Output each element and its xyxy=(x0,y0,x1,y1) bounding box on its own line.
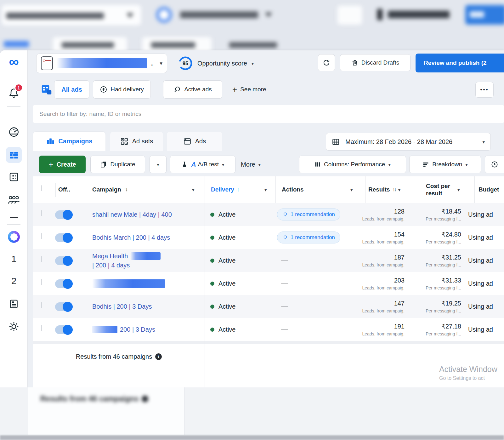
refresh-button[interactable] xyxy=(318,54,335,71)
campaign-link[interactable] xyxy=(92,272,199,295)
filters-icon[interactable] xyxy=(41,84,52,96)
table-footer-gap xyxy=(33,341,504,344)
filter-had-delivery[interactable]: Had delivery xyxy=(93,80,151,99)
select-all-checkbox[interactable] xyxy=(41,185,42,191)
cost-cell: ₹31.33Per messaging f... xyxy=(416,272,461,295)
campaign-toggle[interactable] xyxy=(55,302,72,311)
header-campaign[interactable]: Campaign ↑↓ xyxy=(92,176,127,203)
opportunity-score[interactable]: 95 Opportunity score ▾ xyxy=(178,52,254,75)
campaign-link[interactable]: Bodhis | 200 | 3 Days xyxy=(92,302,152,311)
sidebar-nav: ∞ 1 xyxy=(0,50,28,387)
date-range-selector[interactable]: Maximum: 28 Feb 2026 - 28 Mar 2026 ▾ xyxy=(326,133,491,151)
ads-icon xyxy=(183,137,191,146)
sidebar-divider xyxy=(7,224,20,225)
notifications-button[interactable]: 1 xyxy=(0,86,28,101)
active-dot-icon xyxy=(210,213,214,217)
blurred-trash-icon xyxy=(377,9,382,20)
sidebar-item-minimized[interactable] xyxy=(0,215,28,220)
cost-cell: ₹27.18Per messaging f... xyxy=(416,318,461,341)
chevron-down-icon: ▾ xyxy=(258,162,261,167)
header-off[interactable]: Off.. xyxy=(58,176,70,203)
sidebar-shortcut-2[interactable]: 2 xyxy=(0,274,28,288)
filter-active-ads[interactable]: Active ads xyxy=(163,80,222,99)
header-budget[interactable]: Budget xyxy=(479,176,499,203)
header-delivery[interactable]: Delivery ↑ xyxy=(211,176,240,203)
header-results[interactable]: Results ↑↓ ▾ xyxy=(368,176,400,203)
sidebar-item-billing[interactable] xyxy=(0,297,28,311)
chevron-down-icon: ▾ xyxy=(350,187,353,192)
arrow-up-circle-icon xyxy=(100,86,107,93)
tab-ads[interactable]: Ads xyxy=(167,132,222,151)
sidebar-item-meta-ai[interactable] xyxy=(0,230,28,244)
results-cell: 128Leads. from campaig. xyxy=(343,203,406,226)
tab-campaigns[interactable]: Campaigns xyxy=(33,132,105,151)
filter-all-ads[interactable]: All ads xyxy=(54,80,89,99)
create-button[interactable]: + Create xyxy=(39,156,86,173)
campaign-toggle[interactable] xyxy=(55,210,72,219)
recommendation-pill[interactable]: 1 recommendation xyxy=(277,231,340,243)
cost-cell: ₹24.80Per messaging f... xyxy=(416,226,461,249)
notification-badge: 1 xyxy=(14,83,23,92)
columns-button[interactable]: Columns: Performance ▾ xyxy=(299,156,406,173)
breakdown-button[interactable]: Breakdown ▾ xyxy=(409,156,481,173)
search-input[interactable] xyxy=(39,111,323,117)
campaign-toggle[interactable] xyxy=(55,233,72,242)
taskbar-edge xyxy=(0,435,504,440)
header-cost-per-result[interactable]: Cost per result xyxy=(426,176,457,203)
duplicate-button[interactable]: Duplicate xyxy=(90,156,145,173)
header-delivery-menu[interactable]: ▾ xyxy=(264,176,267,203)
header-actions-menu[interactable]: ▾ xyxy=(350,176,353,203)
blurred-results-summary: Results from 46 campaigns xyxy=(40,394,148,403)
blurred-score-ring xyxy=(156,7,172,23)
campaign-link[interactable]: shahil new Male | 4day | 400 xyxy=(92,210,172,219)
duplicate-dropdown-button[interactable]: ▾ xyxy=(150,156,167,173)
campaign-toggle[interactable] xyxy=(55,279,72,288)
sidebar-item-reporting[interactable] xyxy=(0,170,28,184)
sidebar-item-audiences[interactable] xyxy=(0,193,28,207)
ab-test-button[interactable]: A A/B test ▾ xyxy=(170,156,235,173)
header-campaign-menu[interactable]: ▾ xyxy=(192,176,195,203)
more-options-button[interactable]: ••• xyxy=(475,82,494,98)
campaign-link[interactable]: Bodhis March | 200 | 4 days xyxy=(92,233,170,242)
budget-cell: Using ad xyxy=(468,203,493,226)
row-checkbox[interactable] xyxy=(41,279,42,285)
review-publish-button[interactable]: Review and publish (2 xyxy=(416,54,504,72)
row-checkbox[interactable] xyxy=(41,325,42,331)
table-row: Mega Health | 200 | 4 days Active — 187L… xyxy=(33,249,504,272)
table-footer: Results from 46 campaigns i xyxy=(33,344,504,387)
header-actions[interactable]: Actions xyxy=(282,176,304,203)
more-menu-button[interactable]: More ▾ xyxy=(241,156,261,173)
tab-ad-sets[interactable]: Ad sets xyxy=(110,132,163,151)
row-checkbox[interactable] xyxy=(41,233,42,239)
account-selector[interactable]: . ▾ xyxy=(36,54,167,73)
blurred-account-selector xyxy=(2,5,141,25)
active-dot-icon xyxy=(210,305,214,309)
results-cell: 203Leads. from campaig. xyxy=(343,272,406,295)
sort-asc-icon: ↑ xyxy=(237,186,240,193)
sidebar-item-overview[interactable] xyxy=(0,125,28,139)
sidebar-item-campaigns[interactable] xyxy=(0,147,28,163)
recommendation-pill[interactable]: 1 recommendation xyxy=(277,209,340,220)
gauge-icon xyxy=(8,126,20,138)
info-icon[interactable]: i xyxy=(155,353,162,360)
row-checkbox[interactable] xyxy=(41,302,42,308)
row-checkbox[interactable] xyxy=(41,256,42,262)
cost-cell: ₹31.25Per messaging f... xyxy=(416,249,461,272)
header-cost-menu[interactable]: ▾ xyxy=(457,176,460,203)
table-row: shahil new Male | 4day | 400 Active 1 re… xyxy=(33,203,504,226)
sidebar-item-settings[interactable] xyxy=(0,320,28,333)
filter-see-more[interactable]: + See more xyxy=(232,80,266,99)
meta-logo-icon[interactable]: ∞ xyxy=(0,55,28,69)
campaign-link[interactable]: 200 | 3 Days xyxy=(92,318,199,341)
row-checkbox[interactable] xyxy=(41,210,42,216)
cost-cell: ₹18.45Per messaging f... xyxy=(416,203,461,226)
app-panel: ∞ 1 xyxy=(0,50,504,387)
campaign-toggle[interactable] xyxy=(55,325,72,334)
chevron-down-icon: ▾ xyxy=(465,162,468,167)
campaign-link[interactable]: Mega Health | 200 | 4 days xyxy=(92,249,199,272)
reports-button-partial[interactable] xyxy=(485,156,504,173)
discard-drafts-button[interactable]: Discard Drafts xyxy=(340,54,411,71)
bulb-icon xyxy=(282,235,288,240)
sidebar-shortcut-1[interactable]: 1 xyxy=(0,252,28,266)
campaign-toggle[interactable] xyxy=(55,256,72,265)
